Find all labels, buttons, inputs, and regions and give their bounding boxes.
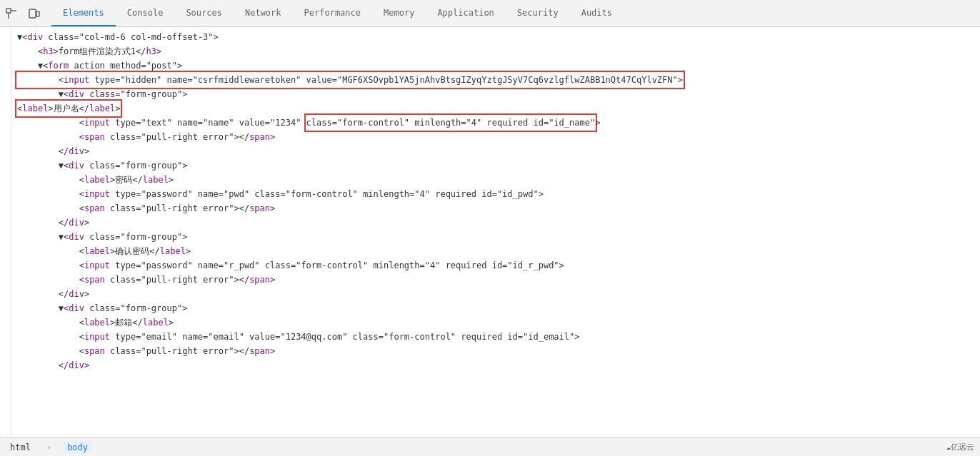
svg-rect-3 xyxy=(29,9,36,18)
tab-elements[interactable]: Elements xyxy=(51,0,116,26)
code-line[interactable]: <span class="pull-right error"></span> xyxy=(11,273,980,287)
tab-security[interactable]: Security xyxy=(506,0,570,26)
code-line[interactable]: ▼<form action method="post"> xyxy=(11,59,980,73)
code-line[interactable]: <input type="password" name="r_pwd" clas… xyxy=(11,258,980,273)
devtools-topbar: Elements Console Sources Network Perform… xyxy=(0,0,980,27)
code-line[interactable]: ▼<div class="form-group"> xyxy=(11,158,980,173)
breadcrumb-html[interactable]: html xyxy=(6,441,35,454)
svg-rect-4 xyxy=(36,11,39,16)
devtools-body: ▼<div class="col-md-6 col-md-offset-3"> … xyxy=(0,27,980,437)
code-line[interactable]: <label>密码</label> xyxy=(11,173,980,187)
code-line[interactable]: <input type="email" name="email" value="… xyxy=(11,330,980,344)
tab-memory[interactable]: Memory xyxy=(372,0,426,26)
code-line[interactable]: <label>确认密码</label> xyxy=(11,244,980,258)
breadcrumb-body[interactable]: body xyxy=(63,441,92,454)
code-line[interactable]: <h3>form组件渲染方式1</h3> xyxy=(11,44,980,59)
code-line[interactable]: <label>用户名</label> xyxy=(11,101,980,116)
left-gutter xyxy=(0,27,11,437)
status-bar: html › body ☁亿远云 xyxy=(0,437,980,456)
elements-panel[interactable]: ▼<div class="col-md-6 col-md-offset-3"> … xyxy=(11,27,980,437)
code-line[interactable]: ▼<div class="form-group"> xyxy=(11,87,980,101)
code-line[interactable]: <span class="pull-right error"></span> xyxy=(11,344,980,358)
code-line[interactable]: <label>邮箱</label> xyxy=(11,315,980,330)
code-line[interactable]: <input type="hidden" name="csrfmiddlewar… xyxy=(11,73,980,87)
breadcrumb-separator: › xyxy=(46,442,51,452)
code-line[interactable]: ▼<div class="form-group"> xyxy=(11,301,980,315)
tab-console[interactable]: Console xyxy=(116,0,175,26)
code-line[interactable]: <span class="pull-right error"></span> xyxy=(11,130,980,144)
code-line[interactable]: ▼<div class="form-group"> xyxy=(11,230,980,244)
watermark: ☁亿远云 xyxy=(946,442,974,452)
tab-application[interactable]: Application xyxy=(426,0,505,26)
device-toggle-icon[interactable] xyxy=(26,5,43,22)
tab-audits[interactable]: Audits xyxy=(570,0,624,26)
tab-bar: Elements Console Sources Network Perform… xyxy=(51,0,624,26)
code-line[interactable]: </div> xyxy=(11,358,980,373)
code-line[interactable]: <input type="password" name="pwd" class=… xyxy=(11,187,980,201)
svg-rect-0 xyxy=(6,9,11,13)
devtools-icon-group xyxy=(3,5,43,22)
tab-performance[interactable]: Performance xyxy=(293,0,372,26)
code-line[interactable]: <input type="text" name="name" value="12… xyxy=(11,116,980,130)
code-line[interactable]: <span class="pull-right error"></span> xyxy=(11,201,980,216)
inspect-element-icon[interactable] xyxy=(3,5,20,22)
code-line[interactable]: </div> xyxy=(11,287,980,301)
code-line[interactable]: </div> xyxy=(11,144,980,158)
code-line[interactable]: </div> xyxy=(11,216,980,230)
code-line[interactable]: ▼<div class="col-md-6 col-md-offset-3"> xyxy=(11,30,980,44)
tab-network[interactable]: Network xyxy=(234,0,293,26)
tab-sources[interactable]: Sources xyxy=(174,0,234,26)
